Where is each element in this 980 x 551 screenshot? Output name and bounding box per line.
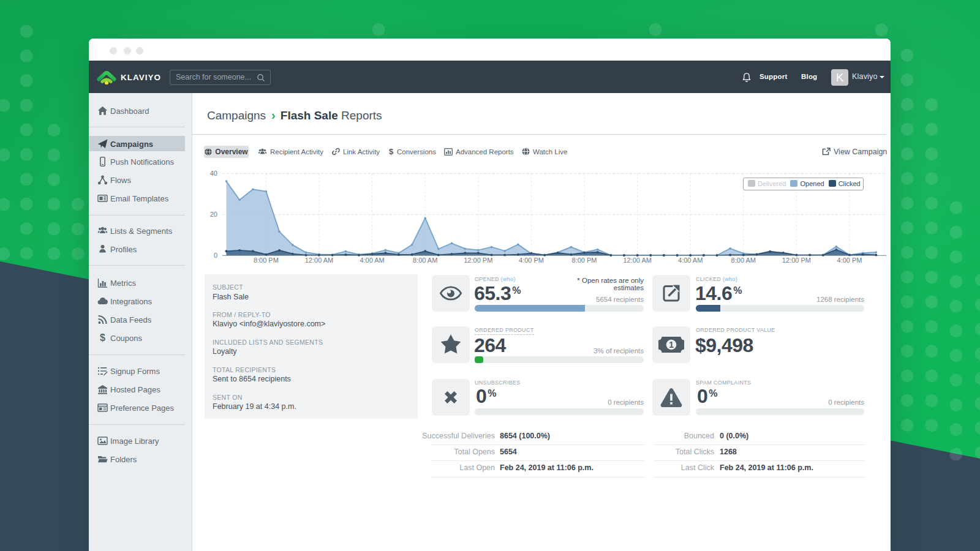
svg-text:4:00 AM: 4:00 AM xyxy=(360,257,384,264)
svg-text:4:00 PM: 4:00 PM xyxy=(837,257,862,264)
svg-text:0: 0 xyxy=(214,252,217,259)
svg-text:$: $ xyxy=(100,333,105,343)
svg-text:12:00 AM: 12:00 AM xyxy=(305,257,333,264)
svg-text:1: 1 xyxy=(669,340,674,350)
svg-text:4:00 AM: 4:00 AM xyxy=(678,257,703,264)
svg-text:8:00 PM: 8:00 PM xyxy=(254,257,279,264)
svg-text:8:00 PM: 8:00 PM xyxy=(572,257,597,264)
svg-text:$: $ xyxy=(389,148,394,156)
svg-text:8:00 AM: 8:00 AM xyxy=(731,257,756,264)
svg-text:4:00 PM: 4:00 PM xyxy=(519,257,544,264)
svg-text:20: 20 xyxy=(210,211,217,218)
svg-text:12:00 AM: 12:00 AM xyxy=(623,257,651,264)
svg-text:12:00 PM: 12:00 PM xyxy=(782,257,811,264)
svg-text:40: 40 xyxy=(210,170,217,177)
svg-text:12:00 PM: 12:00 PM xyxy=(464,257,492,264)
svg-text:8:00 AM: 8:00 AM xyxy=(413,257,437,264)
